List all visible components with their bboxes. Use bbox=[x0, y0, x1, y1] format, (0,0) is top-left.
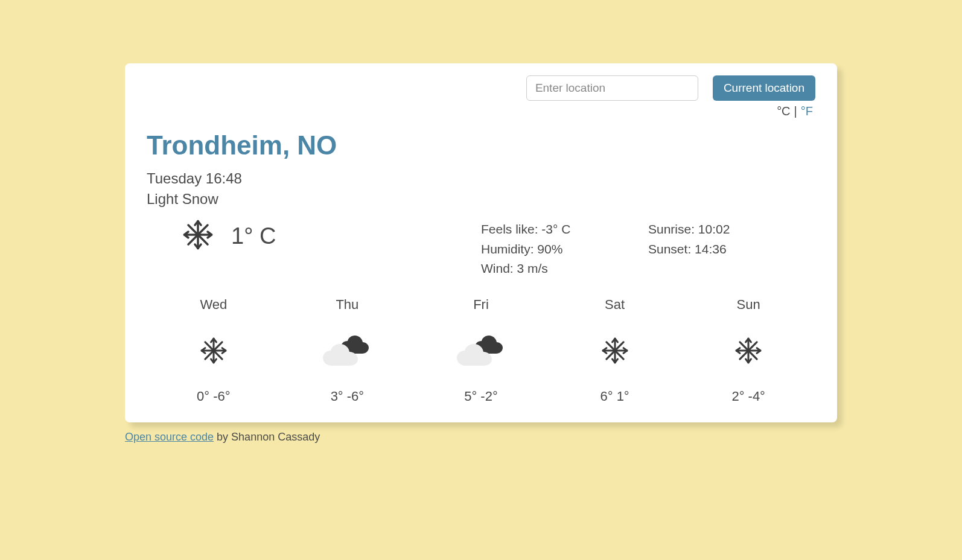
city-name: Trondheim, NO bbox=[147, 130, 815, 161]
day-temps: 2° -4° bbox=[681, 389, 815, 404]
forecast-day: Thu 3° -6° bbox=[281, 297, 415, 404]
forecast-day: Sun 2° -4° bbox=[681, 297, 815, 404]
forecast-day: Fri 5° -2° bbox=[414, 297, 548, 404]
day-temps: 5° -2° bbox=[414, 389, 548, 404]
wind-text: Wind: 3 m/s bbox=[481, 259, 648, 279]
cloudy-icon bbox=[414, 329, 548, 372]
current-stats-col1: Feels like: -3° C Humidity: 90% Wind: 3 … bbox=[481, 220, 648, 279]
sunset-text: Sunset: 14:36 bbox=[648, 240, 815, 259]
day-label: Sat bbox=[548, 297, 682, 313]
day-label: Wed bbox=[147, 297, 281, 313]
location-input[interactable] bbox=[526, 75, 698, 101]
sunrise-text: Sunrise: 10:02 bbox=[648, 220, 815, 240]
condition-text: Light Snow bbox=[147, 191, 815, 208]
day-temps: 3° -6° bbox=[281, 389, 415, 404]
snow-icon bbox=[147, 329, 281, 372]
footer: Open source code by Shannon Cassady bbox=[125, 431, 837, 444]
forecast-day: Sat 6° 1° bbox=[548, 297, 682, 404]
humidity-text: Humidity: 90% bbox=[481, 240, 648, 259]
current-location-button[interactable]: Current location bbox=[713, 75, 815, 101]
weather-card: Current location °C | °F Trondheim, NO T… bbox=[125, 63, 837, 422]
current-stats-col2: Sunrise: 10:02 Sunset: 14:36 bbox=[648, 220, 815, 279]
day-temps: 0° -6° bbox=[147, 389, 281, 404]
unit-toggle: °C | °F bbox=[147, 104, 815, 118]
day-label: Fri bbox=[414, 297, 548, 313]
day-temps: 6° 1° bbox=[548, 389, 682, 404]
unit-fahrenheit-link[interactable]: °F bbox=[801, 104, 813, 118]
unit-separator: | bbox=[794, 104, 797, 118]
current-weather-row: 1° C Feels like: -3° C Humidity: 90% Win… bbox=[147, 220, 815, 279]
forecast-row: Wed 0° -6° Thu 3° -6° Fri 5° -2° Sat 6° … bbox=[147, 297, 815, 404]
search-row: Current location bbox=[147, 75, 815, 101]
unit-celsius-link[interactable]: °C bbox=[777, 104, 790, 118]
feels-like-text: Feels like: -3° C bbox=[481, 220, 648, 240]
cloudy-icon bbox=[281, 329, 415, 372]
datetime-text: Tuesday 16:48 bbox=[147, 170, 815, 187]
snow-icon bbox=[681, 329, 815, 372]
source-code-link[interactable]: Open source code bbox=[125, 431, 214, 443]
snow-icon bbox=[548, 329, 682, 372]
current-temp: 1° C bbox=[231, 223, 276, 249]
forecast-day: Wed 0° -6° bbox=[147, 297, 281, 404]
snow-icon bbox=[183, 220, 213, 252]
day-label: Thu bbox=[281, 297, 415, 313]
day-label: Sun bbox=[681, 297, 815, 313]
footer-byline: by Shannon Cassady bbox=[214, 431, 320, 443]
